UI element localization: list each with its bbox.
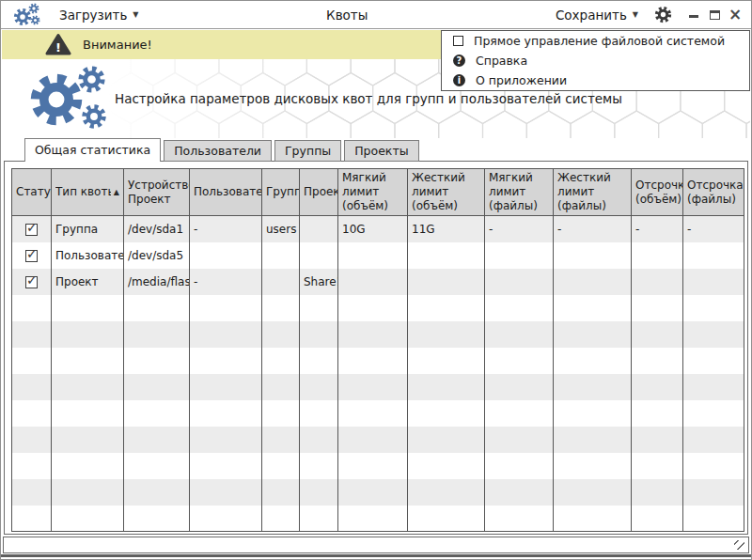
table-cell — [683, 242, 744, 269]
tab-users[interactable]: Пользователи — [164, 140, 272, 162]
table-cell — [300, 400, 338, 427]
column-header-label: Жесткий лимит (файлы) — [557, 171, 611, 212]
save-button[interactable]: Сохранить ▼ — [552, 6, 642, 24]
table-cell — [124, 479, 190, 506]
column-header[interactable]: Мягкий лимит (объём) — [338, 169, 408, 216]
column-header[interactable]: Проект — [300, 169, 338, 216]
status-cell — [12, 453, 52, 479]
menu-item-label: Справка — [476, 54, 527, 68]
table-cell: - — [190, 269, 262, 295]
close-button[interactable]: × — [727, 6, 744, 24]
table-cell — [683, 374, 744, 400]
row-checkbox-checked[interactable] — [25, 224, 38, 236]
table-cell — [485, 295, 554, 321]
column-header[interactable]: Группа — [262, 169, 300, 216]
column-header-label: Отсрочка (объём) — [635, 179, 683, 206]
menu-item-help[interactable]: ?Справка — [442, 51, 749, 70]
row-checkbox-checked[interactable] — [25, 250, 38, 262]
column-header[interactable]: Пользователь — [190, 169, 262, 216]
minimize-button[interactable] — [685, 6, 702, 24]
table-cell — [683, 479, 744, 506]
table-cell — [338, 374, 408, 400]
help-icon: ? — [453, 54, 465, 67]
tab-general-statistics[interactable]: Общая статистика — [24, 138, 161, 162]
maximize-button[interactable] — [706, 6, 723, 24]
tab-projects[interactable]: Проекты — [344, 140, 418, 162]
load-button[interactable]: Загрузить ▼ — [55, 6, 143, 24]
table-cell — [408, 479, 485, 506]
table-cell — [338, 348, 408, 374]
table-cell: users — [262, 216, 300, 242]
table-row[interactable]: Группа/dev/sda1-users10G11G---- — [12, 216, 744, 242]
table-cell — [632, 400, 683, 427]
empty-row — [12, 321, 744, 348]
table-cell — [300, 321, 338, 348]
table-cell — [683, 295, 744, 321]
table-cell — [52, 453, 124, 479]
column-header[interactable]: Тип квоты▲ — [52, 169, 124, 216]
table-cell — [632, 348, 683, 374]
column-header-label: Мягкий лимит (файлы) — [489, 171, 538, 212]
table-cell — [485, 427, 554, 453]
minimize-icon — [689, 15, 698, 18]
row-checkbox-checked[interactable] — [25, 276, 38, 288]
warning-icon: ! — [45, 33, 71, 56]
table-cell: Share1 — [300, 269, 338, 295]
table-cell: Группа — [52, 216, 124, 242]
table-cell — [124, 321, 190, 348]
column-header-label: Проект — [304, 185, 338, 198]
table-cell — [485, 479, 554, 506]
column-header[interactable]: Отсрочка (объём) — [632, 169, 683, 216]
column-header[interactable]: Статус — [12, 169, 52, 216]
table-cell: - — [683, 216, 744, 242]
table-body: Группа/dev/sda1-users10G11G----Пользоват… — [12, 216, 744, 532]
table-cell — [554, 242, 632, 269]
menu-item-about[interactable]: iО приложении — [442, 70, 749, 90]
table-cell: /media/flash — [124, 269, 190, 295]
table-cell — [408, 321, 485, 348]
table-cell — [408, 506, 485, 532]
content-panel: СтатусТип квоты▲Устройство/ПроектПользов… — [4, 161, 748, 535]
tab-label: Пользователи — [174, 144, 261, 158]
table-cell — [124, 427, 190, 453]
table-cell — [408, 427, 485, 453]
settings-button[interactable] — [651, 4, 674, 26]
table-cell — [338, 427, 408, 453]
table-cell — [632, 242, 683, 269]
table-row[interactable]: Пользователь/dev/sda5 — [12, 242, 744, 269]
tab-groups[interactable]: Группы — [274, 140, 341, 162]
empty-row — [12, 348, 744, 374]
column-header[interactable]: Жесткий лимит (объём) — [408, 169, 485, 216]
table-cell — [338, 295, 408, 321]
warning-text: Внимание! — [83, 38, 152, 52]
table-cell — [124, 348, 190, 374]
checkbox-unchecked-icon — [453, 36, 463, 46]
svg-text:!: ! — [55, 40, 61, 54]
table-cell — [554, 348, 632, 374]
table-cell — [554, 453, 632, 479]
table-cell — [300, 453, 338, 479]
table-cell — [554, 321, 632, 348]
table-cell — [300, 374, 338, 400]
column-header-label: Тип квоты — [55, 185, 111, 199]
table-cell — [338, 506, 408, 532]
table-row[interactable]: Проект/media/flash-Share1 — [12, 269, 744, 295]
resize-grip-icon[interactable] — [734, 540, 744, 550]
table-cell — [52, 427, 124, 453]
menu-item-direct-fs-management[interactable]: Прямое управление файловой системой — [442, 31, 749, 51]
table-cell — [52, 506, 124, 532]
column-header-label: Статус — [16, 185, 52, 198]
empty-row — [12, 427, 744, 453]
column-header[interactable]: Устройство/Проект — [124, 169, 190, 216]
column-header-label: Устройство/Проект — [128, 179, 190, 206]
empty-row — [12, 400, 744, 427]
table-cell — [52, 400, 124, 427]
table-cell — [124, 374, 190, 400]
quota-table: СтатусТип квоты▲Устройство/ПроектПользов… — [11, 168, 744, 532]
table-cell: /dev/sda1 — [124, 216, 190, 242]
column-header[interactable]: Отсрочка (файлы) — [683, 169, 744, 216]
column-header[interactable]: Жесткий лимит (файлы) — [554, 169, 632, 216]
table-cell — [124, 295, 190, 321]
column-header[interactable]: Мягкий лимит (файлы) — [485, 169, 554, 216]
table-cell — [124, 506, 190, 532]
